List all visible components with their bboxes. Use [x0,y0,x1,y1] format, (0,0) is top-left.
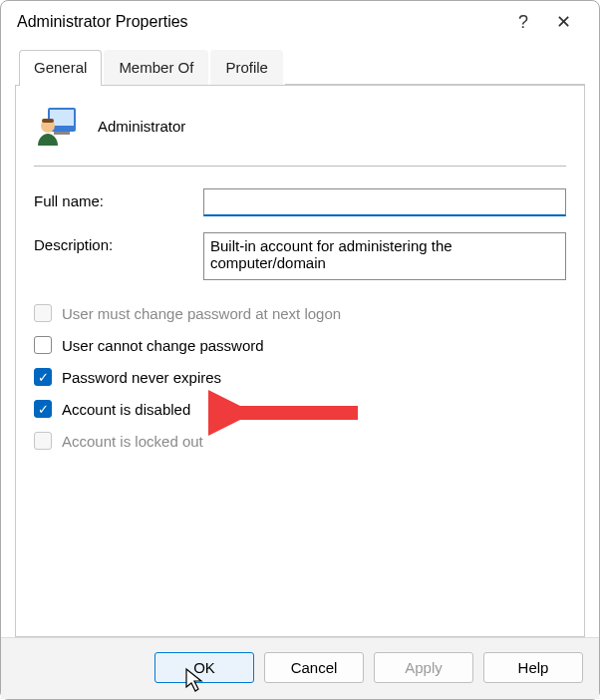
check-must-change: User must change password at next logon [34,304,566,322]
tab-general[interactable]: General [19,50,102,86]
ok-button[interactable]: OK [154,652,254,683]
fullname-input[interactable] [203,188,566,216]
svg-rect-2 [54,132,70,135]
window-title: Administrator Properties [17,13,503,31]
check-never-expires-label: Password never expires [62,369,221,386]
tab-member-of[interactable]: Member Of [104,50,208,86]
dialog-footer: OK Cancel Apply Help [1,637,599,699]
checkbox-cannot-change[interactable] [34,336,52,354]
close-button[interactable]: ✕ [543,11,583,33]
fullname-label: Full name: [34,188,203,209]
account-name: Administrator [98,118,185,135]
tab-profile[interactable]: Profile [210,50,283,86]
description-label: Description: [34,232,203,253]
account-header: Administrator [34,104,566,167]
titlebar: Administrator Properties ? ✕ [1,1,599,39]
apply-button[interactable]: Apply [374,652,473,683]
help-footer-button[interactable]: Help [483,652,583,683]
tabstrip: General Member Of Profile [1,39,599,85]
check-locked-out: Account is locked out [34,432,566,450]
checkbox-must-change [34,304,52,322]
checkbox-never-expires[interactable]: ✓ [34,368,52,386]
svg-rect-4 [42,119,54,123]
description-row: Description: Built-in account for admini… [34,232,566,280]
properties-dialog: Administrator Properties ? ✕ General Mem… [0,0,600,700]
check-locked-out-label: Account is locked out [62,433,203,450]
user-icon [34,104,78,148]
check-cannot-change[interactable]: User cannot change password [34,336,566,354]
checkbox-group: User must change password at next logon … [34,304,566,450]
check-never-expires[interactable]: ✓ Password never expires [34,368,566,386]
checkbox-account-disabled[interactable]: ✓ [34,400,52,418]
check-account-disabled-label: Account is disabled [62,401,190,418]
check-must-change-label: User must change password at next logon [62,305,341,322]
cancel-button[interactable]: Cancel [264,652,364,683]
help-button[interactable]: ? [503,12,543,33]
tab-panel-general: Administrator Full name: Description: Bu… [16,85,584,636]
fullname-row: Full name: [34,188,566,216]
check-account-disabled[interactable]: ✓ Account is disabled [34,400,566,418]
description-input[interactable]: Built-in account for administering the c… [203,232,566,280]
checkbox-locked-out [34,432,52,450]
check-cannot-change-label: User cannot change password [62,337,264,354]
